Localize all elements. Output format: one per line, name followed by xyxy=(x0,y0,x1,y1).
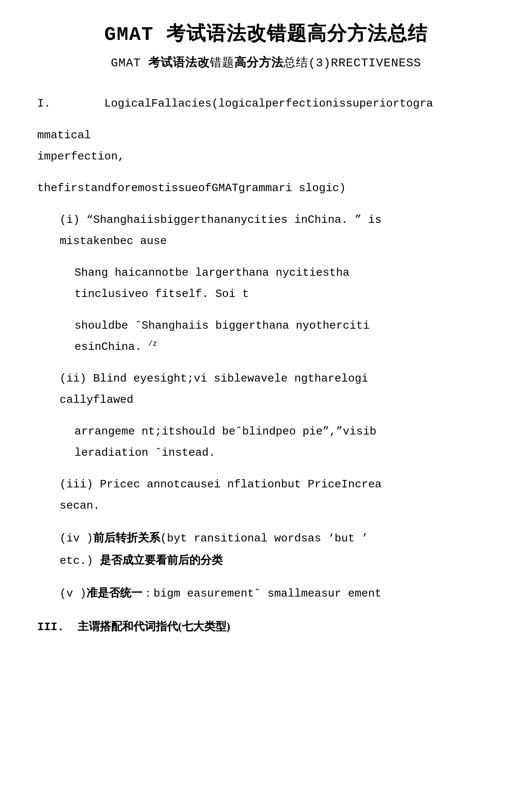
sub-i-line1: (i) “Shanghaiisbiggerthananycities inChi… xyxy=(60,209,495,231)
sub-i-explain: Shang haicannotbe largerthana nycitiesth… xyxy=(75,262,495,305)
sub-i-correction: shouldbe ˆShanghaiis biggerthana nyother… xyxy=(75,315,495,358)
sub-iii-line2: secan. xyxy=(60,495,495,516)
sub-iv-ch3: 是否成立要看前后的分类 xyxy=(100,554,223,566)
sub-iv-en2-line: etc.) 是否成立要看前后的分类 xyxy=(60,549,495,572)
sub-i-block: (i) “Shanghaiisbiggerthananycities inChi… xyxy=(60,209,495,252)
section-iii-title: 主谓搭配和代词指代(七大类型) xyxy=(77,620,230,632)
sub-i-exp-line2: tinclusiveo fitself. Soi t xyxy=(75,284,495,305)
sub-v-label: (v ) xyxy=(60,587,86,600)
sub-i-line2: mistakenbec ause xyxy=(60,231,495,252)
sub-iv-ch2: 折关系 xyxy=(127,531,160,544)
subtitle-gaofenfa: 高分方法 xyxy=(234,56,284,70)
title-gaofenfa: 高分方法 xyxy=(307,24,387,46)
sub-ii-exp-line2: leradiation ˆinstead. xyxy=(75,442,495,464)
sub-ii-line1: (ii) Blind eyesight;vi siblewavele ngtha… xyxy=(60,368,495,389)
subtitle-kaoshi: 考试语 xyxy=(148,56,185,70)
title-fagao: 法改 xyxy=(227,24,267,46)
section-i-line2: mmatical imperfection, xyxy=(37,125,495,167)
section-i-line3: thefirstandforemostissueofGMATgrammari s… xyxy=(37,178,495,199)
sub-v-en: ：bigm easurementˆ smallmeasur ement xyxy=(142,587,381,600)
main-content: I. LogicalFallacies(logicalperfectioniss… xyxy=(37,93,495,638)
sub-ii-line2: callyflawed xyxy=(60,389,495,411)
sub-ii-exp-line1: arrangeme nt;itshould beˆblindpeo pie”,”… xyxy=(75,421,495,442)
sub-iii-line1: (iii) Pricec annotcausei nflationbut Pri… xyxy=(60,474,495,495)
sub-v-block: (v )准是否统一：bigm easurementˆ smallmeasur e… xyxy=(60,582,495,604)
title-cuoti: 错题 xyxy=(267,24,307,46)
sub-i-corr-line1: shouldbe ˆShanghaiis biggerthana nyother… xyxy=(75,315,495,336)
subtitle-end: 总结(3)RRECTIVENESS xyxy=(284,56,421,70)
sub-iv-en1: (byt ransitional wordsas ‘but ’ xyxy=(160,532,368,545)
subtitle-fa: 法改 xyxy=(185,56,210,70)
title-kaoshi: 考试语 xyxy=(166,24,227,46)
sub-i-exp-line1: Shang haicannotbe largerthana nycitiesth… xyxy=(75,262,495,284)
section-iii-label: III. xyxy=(37,621,64,633)
sub-iv-block: (iv )前后转折关系(byt ransitional wordsas ‘but… xyxy=(60,527,495,572)
title-gmat: GMAT xyxy=(104,24,166,46)
section-iii-heading: III. 主谓搭配和代词指代(七大类型) xyxy=(37,616,495,638)
sub-iv-label: (iv ) xyxy=(60,532,93,545)
page-title: GMAT 考试语法改错题高分方法总结 xyxy=(37,22,495,48)
subtitle-cuoti: 错题 xyxy=(210,56,234,70)
section-i-label: I. xyxy=(37,97,51,110)
sub-v-ch1: 准是否统一 xyxy=(86,587,142,599)
sub-ii-block: (ii) Blind eyesight;vi siblewavele ngtha… xyxy=(60,368,495,411)
section-i-line1: LogicalFallacies(logicalperfectionissupe… xyxy=(104,97,433,110)
sub-ii-explain: arrangeme nt;itshould beˆblindpeo pie”,”… xyxy=(75,421,495,464)
sub-iii-block: (iii) Pricec annotcausei nflationbut Pri… xyxy=(60,474,495,516)
subtitle: GMAT 考试语法改错题高分方法总结(3)RRECTIVENESS xyxy=(37,54,495,71)
section-i-heading: I. LogicalFallacies(logicalperfectioniss… xyxy=(37,93,495,114)
title-zongjie: 总结 xyxy=(387,24,428,46)
sub-iv-ch1: 前后转 xyxy=(93,531,127,544)
subtitle-gmat: GMAT xyxy=(111,56,148,70)
footnote-z: /z xyxy=(148,340,157,348)
sub-i-corr-line2: esinChina. /z xyxy=(75,336,495,358)
